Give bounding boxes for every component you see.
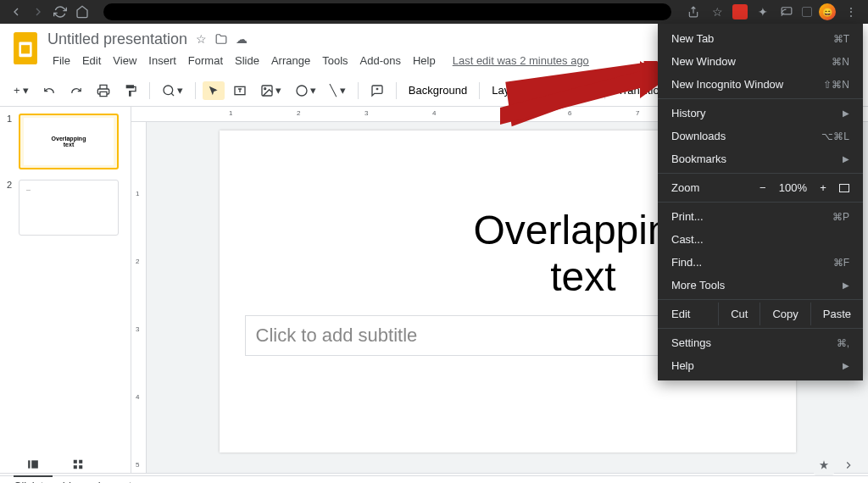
menu-print[interactable]: Print...⌘P (658, 205, 863, 228)
last-edit[interactable]: Last edit was 2 minutes ago (453, 54, 589, 67)
new-slide-button[interactable]: + ▾ (8, 80, 34, 100)
menu-downloads[interactable]: Downloads⌥⌘L (658, 125, 863, 147)
menu-view[interactable]: View (108, 53, 142, 69)
menu-new-window[interactable]: New Window⌘N (658, 50, 863, 73)
menu-cast[interactable]: Cast... (658, 228, 863, 251)
chrome-menu-icon[interactable]: ⋮ (843, 3, 860, 20)
comment-tool[interactable] (365, 80, 389, 101)
star-icon[interactable]: ☆ (709, 3, 726, 20)
thumb-number: 2 (7, 180, 15, 236)
menu-format[interactable]: Format (183, 53, 228, 69)
url-bar[interactable] (103, 3, 671, 20)
menu-arrange[interactable]: Arrange (266, 53, 315, 69)
menu-insert[interactable]: Insert (143, 53, 181, 69)
cast-icon[interactable] (778, 3, 795, 20)
zoom-value: 100% (779, 181, 807, 194)
slide-thumbnail[interactable]: Overlapping text (19, 114, 119, 169)
bottom-bar (0, 451, 868, 480)
svg-rect-10 (31, 460, 38, 468)
print-button[interactable] (92, 80, 115, 101)
browser-chrome: ☆ ✦ 😄 ⋮ (0, 0, 868, 24)
filmstrip-view[interactable] (14, 453, 53, 477)
zoom-out-button[interactable]: − (757, 181, 769, 194)
paste-button[interactable]: Paste (810, 303, 863, 325)
thumb-number: 1 (7, 114, 15, 169)
reload-button[interactable] (53, 4, 68, 19)
menu-addons[interactable]: Add-ons (355, 53, 406, 69)
menu-zoom: Zoom − 100% + (658, 176, 863, 199)
forward-button[interactable] (31, 4, 46, 19)
menu-edit[interactable]: Edit (77, 53, 106, 69)
zoom-tool[interactable]: ▾ (157, 80, 188, 101)
svg-point-8 (297, 86, 307, 96)
vertical-ruler: 1 2 3 4 5 (131, 122, 147, 473)
menu-more-tools[interactable]: More Tools▶ (658, 274, 863, 297)
menu-help[interactable]: Help (408, 53, 441, 69)
slide-thumbnail[interactable]: — (19, 180, 119, 236)
fullscreen-button[interactable] (839, 184, 849, 192)
menu-help[interactable]: Help▶ (658, 354, 863, 377)
extensions-icon[interactable]: ✦ (754, 3, 771, 20)
menu-settings[interactable]: Settings⌘, (658, 331, 863, 354)
theme-button[interactable]: Theme (554, 80, 598, 100)
copy-button[interactable]: Copy (760, 303, 810, 325)
home-button[interactable] (75, 4, 90, 19)
doc-title[interactable]: Untitled presentation (47, 31, 187, 48)
svg-rect-13 (74, 465, 77, 469)
image-tool[interactable]: ▾ (255, 80, 287, 101)
svg-rect-11 (74, 460, 77, 464)
filmstrip: 1 Overlapping text 2 — (0, 107, 131, 473)
svg-point-4 (164, 86, 173, 95)
pocket-icon[interactable] (732, 4, 748, 19)
chrome-menu: New Tab⌘T New Window⌘N New Incognito Win… (658, 24, 863, 380)
menu-bookmarks[interactable]: Bookmarks▶ (658, 147, 863, 170)
menu-file[interactable]: File (47, 53, 75, 69)
explore-button[interactable] (814, 455, 834, 475)
menu-edit-row: Edit Cut Copy Paste (658, 303, 863, 325)
redo-button[interactable] (64, 81, 88, 100)
textbox-tool[interactable] (228, 80, 252, 101)
chevron-right-icon[interactable] (843, 459, 854, 471)
menu-find[interactable]: Find...⌘F (658, 251, 863, 274)
menu-tools[interactable]: Tools (317, 53, 353, 69)
select-tool[interactable] (203, 81, 225, 100)
menu-slide[interactable]: Slide (230, 53, 264, 69)
slides-logo[interactable] (10, 29, 41, 69)
menu-incognito[interactable]: New Incognito Window⇧⌘N (658, 73, 863, 96)
cloud-status-icon[interactable]: ☁ (236, 32, 248, 46)
svg-rect-14 (79, 465, 82, 469)
svg-rect-9 (28, 460, 30, 468)
menu-new-tab[interactable]: New Tab⌘T (658, 27, 863, 50)
layout-button[interactable]: Layout ▾ (487, 80, 539, 100)
grid-view[interactable] (59, 453, 97, 477)
background-button[interactable]: Background (403, 80, 472, 100)
svg-rect-12 (79, 460, 82, 464)
zoom-in-button[interactable]: + (817, 181, 829, 194)
paint-format-button[interactable] (119, 80, 142, 101)
back-button[interactable] (8, 4, 24, 19)
cut-button[interactable]: Cut (718, 303, 760, 325)
window-icon[interactable] (802, 7, 812, 17)
menu-history[interactable]: History▶ (658, 102, 863, 125)
avatar[interactable]: 😄 (819, 3, 836, 20)
share-icon[interactable] (685, 3, 702, 20)
undo-button[interactable] (37, 81, 61, 100)
shape-tool[interactable]: ▾ (290, 80, 321, 101)
svg-rect-3 (21, 45, 30, 53)
star-doc-icon[interactable]: ☆ (196, 32, 207, 46)
move-doc-icon[interactable] (215, 33, 227, 45)
line-tool[interactable]: ╲ ▾ (325, 80, 351, 100)
svg-point-7 (264, 87, 266, 89)
